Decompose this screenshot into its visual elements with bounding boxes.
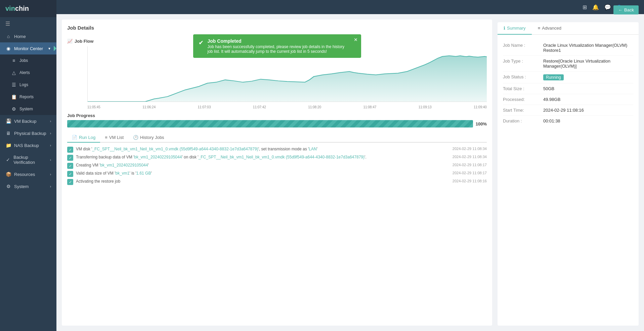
job-status-value: Running bbox=[543, 74, 633, 80]
sidebar-item-vm-backup[interactable]: 💾 VM Backup › bbox=[0, 115, 56, 127]
grid-icon[interactable]: ⊞ bbox=[583, 4, 587, 10]
vm-backup-icon: 💾 bbox=[5, 118, 11, 124]
sidebar-label-home: Home bbox=[14, 34, 26, 39]
job-type-value: Restore[Oracle Linux Virtualization Mana… bbox=[543, 59, 633, 69]
log-text: Activating the restore job bbox=[76, 179, 450, 184]
highlight-text-2: _FC_SPT__Neil_bk_vm1_Neil_bk_vm1_0.vmdk … bbox=[199, 155, 364, 159]
menu-toggle[interactable]: ☰ bbox=[0, 17, 56, 30]
nas-backup-icon: 📁 bbox=[5, 143, 11, 148]
job-type-key: Job Type : bbox=[503, 59, 543, 69]
sidebar-label-physical-backup: Physical Backup bbox=[14, 131, 46, 136]
log-list: ✓ VM disk '_FC_SPT__Neil_bk_vm1_Neil_bk_… bbox=[67, 147, 487, 185]
history-icon: 🕐 bbox=[133, 135, 138, 140]
tab-vm-list-label: VM List bbox=[109, 135, 124, 140]
sidebar-item-nas-backup[interactable]: 📁 NAS Backup › bbox=[0, 139, 56, 151]
physical-backup-icon: 🖥 bbox=[5, 131, 11, 136]
sidebar-item-jobs[interactable]: ≡ Jobs bbox=[0, 54, 56, 67]
sidebar-item-backup-verification[interactable]: ✓ Backup Verification › bbox=[0, 151, 56, 168]
alerts-icon: △ bbox=[11, 70, 17, 75]
sidebar-label-resources: Resources bbox=[14, 172, 35, 177]
summary-panel: ℹ Summary ≡ Advanced Job Name : Oracle L… bbox=[498, 22, 639, 326]
log-item: ✓ Transferring backup data of VM 'bk_vm1… bbox=[67, 155, 487, 161]
page-title: Job Details bbox=[67, 25, 94, 31]
notification-title: Job Completed bbox=[208, 38, 348, 44]
log-item: ✓ VM disk '_FC_SPT__Neil_bk_vm1_Neil_bk_… bbox=[67, 147, 487, 153]
logo-vin: vin bbox=[5, 5, 15, 12]
sidebar-item-system[interactable]: ⚙ System › bbox=[0, 180, 56, 192]
log-check-icon: ✓ bbox=[67, 147, 73, 153]
sidebar-label-backup-verification: Backup Verification bbox=[13, 155, 47, 165]
summary-row-job-type: Job Type : Restore[Oracle Linux Virtuali… bbox=[503, 56, 633, 72]
sidebar: vinchin ☰ ⌂ Home ◉ Monitor Center ▼ ≡ Jo… bbox=[0, 0, 56, 331]
duration-key: Duration : bbox=[503, 118, 543, 123]
back-button[interactable]: ← Back bbox=[613, 14, 639, 14]
sidebar-label-alerts: Alerts bbox=[19, 70, 30, 75]
sidebar-item-logs[interactable]: ☰ Logs bbox=[0, 79, 56, 91]
sidebar-item-reports[interactable]: 📋 Reports bbox=[0, 91, 56, 103]
tabs-header: 📄 Run Log ≡ VM List 🕐 History Jobs bbox=[67, 133, 487, 143]
tab-run-log[interactable]: 📄 Run Log bbox=[67, 133, 100, 143]
highlight-text-2: LAN bbox=[309, 147, 316, 151]
tab-vm-list[interactable]: ≡ VM List bbox=[100, 133, 128, 143]
topbar: ⊞ 🔔 💬 👤 admin ▾ bbox=[56, 0, 644, 14]
sidebar-label-logs: Logs bbox=[19, 82, 28, 87]
sidebar-label-monitor: Monitor Center bbox=[14, 46, 43, 51]
chevron-down-icon: ▼ bbox=[48, 47, 51, 50]
tab-advanced[interactable]: ≡ Advanced bbox=[532, 22, 567, 35]
chart-icon: 📈 bbox=[67, 39, 73, 44]
job-name-value: Oracle Linux Virtualization Manager(OLVM… bbox=[543, 43, 633, 53]
monitor-center-submenu: ≡ Jobs △ Alerts ☰ Logs 📋 Reports ⚙ Syste… bbox=[0, 54, 56, 115]
summary-row-job-status: Job Status : Running bbox=[503, 72, 633, 83]
log-date: 2024-02-29 11:08:34 bbox=[453, 155, 487, 159]
log-text: Valid data size of VM 'bk_vm1' is '1.61 … bbox=[76, 171, 450, 176]
log-item: ✓ Valid data size of VM 'bk_vm1' is '1.6… bbox=[67, 171, 487, 177]
sidebar-item-system-mc[interactable]: ⚙ System bbox=[0, 103, 56, 115]
summary-row-start-time: Start Time: 2024-02-29 11:08:16 bbox=[503, 105, 633, 116]
start-time-value: 2024-02-29 11:08:16 bbox=[543, 108, 633, 113]
sidebar-label-nas-backup: NAS Backup bbox=[14, 143, 39, 148]
vm-list-icon: ≡ bbox=[105, 135, 108, 140]
sidebar-item-monitor-center[interactable]: ◉ Monitor Center ▼ bbox=[0, 42, 56, 54]
sidebar-label-reports: Reports bbox=[19, 95, 34, 99]
right-panel: ← Back ℹ Summary ≡ Advanced bbox=[498, 20, 639, 326]
tab-history-jobs[interactable]: 🕐 History Jobs bbox=[128, 133, 169, 143]
x-label-6: 11:09:13 bbox=[419, 105, 432, 109]
x-label-1: 11:06:24 bbox=[142, 105, 156, 109]
duration-value: 00:01:38 bbox=[543, 118, 633, 123]
progress-section: Job Progress 100% bbox=[67, 113, 487, 127]
svg-marker-0 bbox=[88, 56, 487, 102]
notification-close-button[interactable]: ✕ bbox=[354, 37, 358, 42]
logo-chin: chin bbox=[15, 5, 29, 12]
sidebar-label-system: System bbox=[14, 184, 29, 189]
log-check-icon: ✓ bbox=[67, 179, 73, 185]
log-text: Transferring backup data of VM 'bk_vm1_2… bbox=[76, 155, 450, 159]
chat-icon[interactable]: 💬 bbox=[604, 4, 611, 10]
summary-row-total-size: Total Size : 50GB bbox=[503, 83, 633, 94]
processed-value: 49.98GB bbox=[543, 97, 633, 102]
highlight-text: bk_vm1_20240229105044 bbox=[100, 163, 148, 168]
job-details-panel: Job Details ✔ Job Completed Job has been… bbox=[62, 20, 492, 326]
tabs-section: 📄 Run Log ≡ VM List 🕐 History Jobs bbox=[67, 133, 487, 185]
x-label-7: 11:09:40 bbox=[474, 105, 487, 109]
bell-icon[interactable]: 🔔 bbox=[592, 4, 599, 10]
tab-history-label: History Jobs bbox=[140, 135, 164, 140]
sidebar-item-home[interactable]: ⌂ Home bbox=[0, 30, 56, 42]
physical-backup-chevron: › bbox=[50, 132, 51, 135]
status-badge: Running bbox=[543, 74, 564, 80]
highlight-text: bk_vm1_20240229105044 bbox=[134, 155, 182, 159]
tab-summary[interactable]: ℹ Summary bbox=[498, 22, 532, 35]
progress-bar-fill bbox=[67, 120, 473, 127]
sidebar-item-physical-backup[interactable]: 🖥 Physical Backup › bbox=[0, 127, 56, 139]
log-text: Creating VM 'bk_vm1_20240229105044' bbox=[76, 163, 450, 168]
nas-backup-chevron: › bbox=[50, 144, 51, 147]
total-size-key: Total Size : bbox=[503, 86, 543, 91]
sidebar-item-alerts[interactable]: △ Alerts bbox=[0, 67, 56, 79]
highlight-text-2: 1.61 GB bbox=[136, 171, 151, 176]
progress-percent: 100% bbox=[476, 121, 487, 126]
x-label-2: 11:07:03 bbox=[198, 105, 211, 109]
sidebar-item-resources[interactable]: 📦 Resources › bbox=[0, 168, 56, 180]
summary-row-duration: Duration : 00:01:38 bbox=[503, 116, 633, 126]
x-label-0: 11:05:45 bbox=[87, 105, 100, 109]
home-icon: ⌂ bbox=[5, 34, 11, 39]
system-chevron: › bbox=[50, 185, 51, 188]
